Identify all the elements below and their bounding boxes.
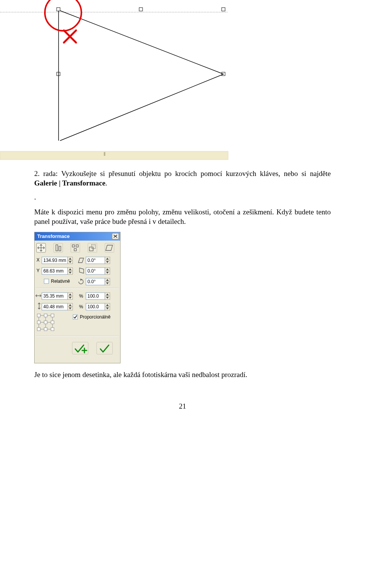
- tip-2-suffix: .: [105, 179, 107, 187]
- height-value: 40.48 mm: [43, 304, 63, 309]
- width-spinner[interactable]: [68, 293, 73, 300]
- svg-rect-84: [51, 314, 54, 317]
- svg-rect-97: [97, 342, 113, 354]
- svg-rect-86: [44, 321, 47, 324]
- svg-rect-85: [37, 321, 40, 324]
- x-value: 134.93 mm: [43, 258, 66, 263]
- tip-2-menu-path: Galerie | Transformace: [34, 179, 105, 187]
- scale-y-value: 100.0: [87, 304, 99, 309]
- mode-align-button[interactable]: [54, 243, 63, 252]
- mode-scale-button[interactable]: [88, 243, 97, 252]
- svg-line-7: [60, 11, 224, 74]
- transform-panel: Transformace: [34, 232, 121, 363]
- svg-rect-89: [44, 328, 47, 331]
- rotate-spinner[interactable]: [105, 278, 110, 285]
- apply-button[interactable]: [97, 342, 113, 354]
- transform-menu-paragraph: Máte k dispozici menu pro změnu polohy, …: [34, 208, 331, 226]
- skew-v-value: 0.0°: [87, 268, 96, 274]
- svg-rect-22: [54, 243, 63, 252]
- mode-skew-button[interactable]: [105, 243, 114, 252]
- svg-rect-94: [72, 342, 88, 354]
- svg-point-12: [45, 0, 81, 31]
- closing-paragraph: Je to sice jenom desetinka, ale každá fo…: [34, 370, 331, 380]
- svg-line-8: [60, 74, 224, 141]
- svg-rect-88: [37, 328, 40, 331]
- scale-x-spinner[interactable]: [105, 293, 110, 300]
- panel-title: Transformace: [37, 233, 70, 239]
- page-number: 21: [34, 402, 331, 410]
- svg-rect-91: [73, 315, 78, 319]
- relative-checkbox[interactable]: [44, 279, 49, 284]
- y-spinner[interactable]: [68, 268, 73, 274]
- proportional-label: Proporcionálně: [80, 314, 111, 320]
- x-spinner[interactable]: [68, 257, 73, 264]
- tip-2-prefix: 2. rada:: [34, 170, 58, 178]
- skew-h-spinner[interactable]: [105, 257, 110, 264]
- mode-distribute-button[interactable]: [71, 243, 80, 252]
- svg-rect-9: [0, 151, 228, 160]
- svg-rect-82: [37, 314, 40, 317]
- svg-rect-1: [57, 8, 60, 11]
- rotate-value: 0.0°: [87, 279, 96, 284]
- stray-dot: .: [34, 193, 331, 201]
- svg-rect-2: [139, 8, 143, 11]
- svg-rect-3: [222, 8, 225, 11]
- apply-duplicate-button[interactable]: [72, 342, 88, 354]
- scale-y-spinner[interactable]: [105, 303, 110, 310]
- scale-x-value: 100.0: [87, 293, 99, 299]
- svg-rect-87: [51, 321, 54, 324]
- panel-close-button[interactable]: [112, 233, 119, 239]
- percent-label-y: %: [79, 304, 83, 309]
- relative-label: Relativně: [51, 279, 70, 284]
- skew-h-value: 0.0°: [87, 258, 96, 263]
- tip-2-body: Vyzkoušejte si přesunutí objektu po kroc…: [58, 170, 331, 178]
- svg-rect-83: [44, 314, 47, 317]
- svg-rect-50: [44, 279, 49, 284]
- tip-2-paragraph: 2. rada: Vyzkoušejte si přesunutí objekt…: [34, 169, 331, 188]
- shape-diagram: [0, 0, 365, 162]
- mode-move-button[interactable]: [36, 243, 46, 252]
- svg-rect-90: [51, 328, 54, 331]
- width-value: 35.35 mm: [43, 293, 63, 299]
- percent-label-x: %: [79, 293, 83, 299]
- x-label: X: [36, 257, 40, 263]
- y-label: Y: [36, 268, 40, 273]
- height-spinner[interactable]: [68, 303, 73, 310]
- svg-rect-11: [104, 152, 105, 156]
- anchor-grid[interactable]: [37, 314, 54, 331]
- skew-v-spinner[interactable]: [105, 268, 110, 274]
- proportional-checkbox[interactable]: [73, 315, 78, 319]
- y-value: 68.63 mm: [43, 268, 63, 274]
